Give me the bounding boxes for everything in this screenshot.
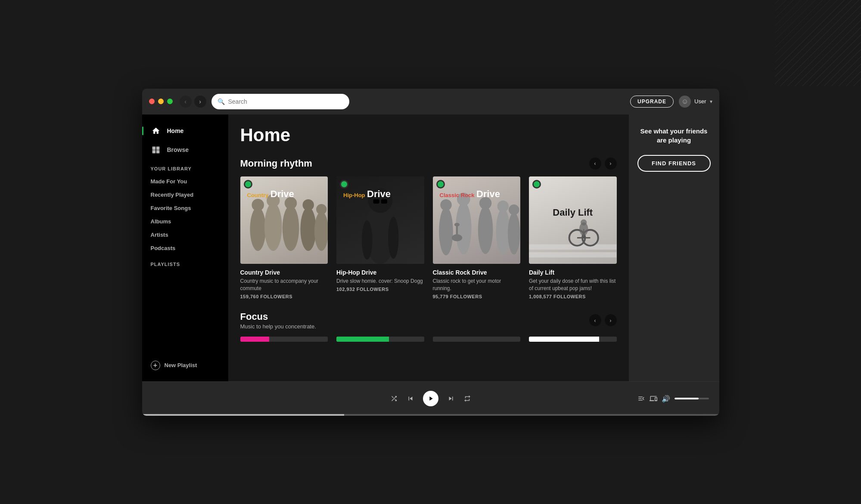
card-desc-daily-lift: Get your daily dose of fun with this lis… <box>529 278 617 292</box>
svg-point-8 <box>282 205 299 251</box>
svg-rect-2 <box>152 150 155 153</box>
svg-point-26 <box>454 223 459 226</box>
sidebar-item-podcasts[interactable]: Podcasts <box>142 241 228 255</box>
search-input[interactable] <box>228 98 343 105</box>
friends-sidebar: See what your friends are playing FIND F… <box>629 114 719 381</box>
focus-section-header: Focus Music to help you concentrate. ‹ › <box>240 311 617 330</box>
focus-section-nav: ‹ › <box>589 314 617 326</box>
sidebar-item-favorite-songs[interactable]: Favorite Songs <box>142 201 228 215</box>
queue-button[interactable] <box>637 395 645 402</box>
morning-next-button[interactable]: › <box>605 158 617 170</box>
album-art-classicrock: Classic Rock Drive <box>433 176 521 264</box>
nav-arrows: ‹ › <box>180 96 206 108</box>
morning-section-nav: ‹ › <box>589 158 617 170</box>
spotify-badge-rock <box>436 180 445 189</box>
svg-point-22 <box>455 202 471 254</box>
sidebar-item-recently-played[interactable]: Recently Played <box>142 188 228 201</box>
search-icon: 🔍 <box>218 98 225 105</box>
title-bar-right: UPGRADE ☺ User ▾ <box>630 96 712 108</box>
back-button[interactable]: ‹ <box>180 96 192 108</box>
album-line2-hiphop: Drive <box>367 189 391 199</box>
card-followers-hiphop-drive: 102,932 FOLLOWERS <box>336 287 424 292</box>
player-bar: 🔊 <box>142 381 719 416</box>
card-classic-rock-drive[interactable]: Classic Rock Drive <box>433 176 521 299</box>
close-button[interactable] <box>149 99 155 104</box>
sidebar-browse-label: Browse <box>167 146 189 153</box>
previous-button[interactable] <box>407 395 414 402</box>
svg-rect-34 <box>529 252 617 257</box>
upgrade-button[interactable]: UPGRADE <box>630 96 674 108</box>
album-text-hiphop: Hip-Hop Drive <box>343 189 391 200</box>
spotify-badge <box>244 180 252 189</box>
user-area[interactable]: ☺ User ▾ <box>679 96 712 108</box>
daily-lift-title: Daily Lift <box>553 207 593 218</box>
album-line2-classicrock: Drive <box>476 189 500 199</box>
plus-icon: + <box>151 361 160 370</box>
svg-point-31 <box>507 212 519 254</box>
card-name-daily-lift: Daily Lift <box>529 269 617 276</box>
progress-bar[interactable] <box>142 414 719 416</box>
sidebar-nav: Home Browse <box>142 121 228 159</box>
svg-point-20 <box>439 207 453 255</box>
forward-button[interactable]: › <box>194 96 206 108</box>
focus-bar-3 <box>433 337 521 342</box>
svg-rect-25 <box>456 224 457 238</box>
focus-bar-2 <box>336 337 424 342</box>
svg-point-11 <box>302 199 314 210</box>
play-pause-button[interactable] <box>423 391 438 406</box>
shuffle-button[interactable] <box>390 395 398 402</box>
morning-rhythm-section: Morning rhythm ‹ › <box>240 158 617 299</box>
app-window: ‹ › 🔍 UPGRADE ☺ User ▾ <box>142 89 719 416</box>
new-playlist-label: New Playlist <box>165 362 197 368</box>
friends-title: See what your friends are playing <box>637 127 711 145</box>
search-bar[interactable]: 🔍 <box>211 94 349 109</box>
sidebar-item-made-for-you[interactable]: Made For You <box>142 175 228 188</box>
sidebar-item-artists[interactable]: Artists <box>142 228 228 241</box>
focus-section-subtitle: Music to help you concentrate. <box>240 323 316 330</box>
sidebar-item-home[interactable]: Home <box>146 121 225 140</box>
card-country-drive[interactable]: Country Drive <box>240 176 328 299</box>
find-friends-button[interactable]: FIND FRIENDS <box>637 155 711 172</box>
card-desc-classic-rock: Classic rock to get your motor running. <box>433 278 521 292</box>
album-line2-country: Drive <box>270 189 294 199</box>
svg-point-32 <box>509 204 519 215</box>
card-name-country-drive: Country Drive <box>240 269 328 276</box>
card-name-classic-rock: Classic Rock Drive <box>433 269 521 276</box>
card-daily-lift[interactable]: Daily Lift <box>529 176 617 299</box>
card-desc-hiphop-drive: Drive slow homie. cover: Snoop Dogg <box>336 278 424 285</box>
svg-point-4 <box>250 207 266 251</box>
focus-next-button[interactable]: › <box>605 314 617 326</box>
new-playlist-button[interactable]: + New Playlist <box>142 356 228 374</box>
card-image-daily-lift: Daily Lift <box>529 176 617 264</box>
minimize-button[interactable] <box>158 99 164 104</box>
morning-prev-button[interactable]: ‹ <box>589 158 601 170</box>
sidebar-home-label: Home <box>167 127 184 134</box>
svg-point-17 <box>388 216 398 259</box>
maximize-button[interactable] <box>167 99 173 104</box>
volume-bar[interactable] <box>675 398 709 399</box>
player-right: 🔊 <box>637 395 709 403</box>
username: User <box>694 98 706 105</box>
card-followers-daily-lift: 1,008,577 FOLLOWERS <box>529 294 617 299</box>
card-hiphop-drive[interactable]: Hip-Hop Drive <box>336 176 424 299</box>
main-layout: Home Browse YOUR LIBRARY Made For <box>142 114 719 381</box>
spotify-badge-daily <box>532 180 541 189</box>
sidebar-item-albums[interactable]: Albums <box>142 215 228 228</box>
devices-button[interactable] <box>650 395 657 402</box>
player-controls <box>390 391 471 406</box>
progress-fill <box>142 414 344 416</box>
focus-progress-bars <box>240 337 617 342</box>
svg-point-13 <box>316 204 326 214</box>
next-button[interactable] <box>447 395 455 402</box>
volume-fill <box>675 398 699 399</box>
focus-prev-button[interactable]: ‹ <box>589 314 601 326</box>
playlists-section-label: PLAYLISTS <box>142 255 228 270</box>
svg-rect-18 <box>373 199 379 203</box>
card-followers-country-drive: 159,760 FOLLOWERS <box>240 294 328 299</box>
repeat-button[interactable] <box>463 395 471 402</box>
morning-cards-grid: Country Drive <box>240 176 617 299</box>
focus-section: Focus Music to help you concentrate. ‹ › <box>240 311 617 342</box>
svg-rect-1 <box>156 146 159 150</box>
sidebar-item-browse[interactable]: Browse <box>146 140 225 159</box>
album-line1-classicrock: Classic Rock <box>440 192 475 198</box>
